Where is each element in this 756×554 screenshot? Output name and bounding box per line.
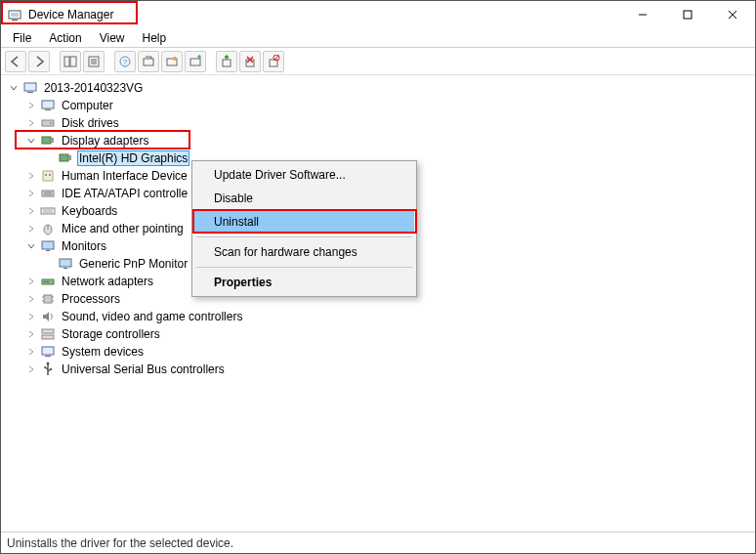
svg-rect-55 [47,281,49,282]
tree-label: System devices [60,345,146,359]
storage-icon [40,326,56,342]
toolbar: ? [1,48,755,75]
svg-rect-34 [42,137,51,144]
separator [196,236,412,237]
chevron-down-icon[interactable] [24,239,38,253]
chevron-right-icon[interactable] [24,116,38,130]
display-adapter-icon [58,150,73,166]
menu-action[interactable]: Action [41,29,89,47]
scan-button[interactable] [138,51,159,72]
svg-rect-8 [70,57,76,66]
svg-rect-61 [42,329,54,333]
chevron-right-icon[interactable] [24,292,38,306]
chevron-right-icon[interactable] [24,327,38,341]
svg-rect-31 [45,109,51,110]
forward-button[interactable] [28,51,50,72]
svg-text:?: ? [123,58,128,66]
chevron-right-icon[interactable] [24,187,38,200]
svg-rect-37 [68,155,71,160]
chevron-right-icon[interactable] [24,169,38,183]
chevron-right-icon[interactable] [24,222,38,235]
processor-icon [40,291,56,307]
svg-rect-44 [41,208,55,214]
show-hidden-button[interactable] [161,51,183,72]
display-adapter-icon [40,133,56,149]
minimize-button[interactable] [620,1,665,28]
separator [196,267,412,268]
tree-label: Sound, video and game controllers [60,310,244,323]
svg-rect-15 [144,59,153,65]
tree-sound[interactable]: Sound, video and game controllers [7,308,755,325]
chevron-right-icon[interactable] [24,275,38,288]
properties-button[interactable] [83,51,105,72]
disable-toolbar-button[interactable] [263,51,284,72]
monitor-icon [58,256,73,272]
svg-rect-64 [45,356,51,357]
tree-system[interactable]: System devices [7,343,755,361]
cm-properties[interactable]: Properties [194,271,414,294]
monitor-icon [40,238,56,254]
tree-label: Disk drives [60,116,121,130]
tree-diskdrives[interactable]: Disk drives [7,114,755,132]
svg-point-40 [49,174,51,176]
chevron-right-icon[interactable] [24,345,38,359]
tree-label: Network adapters [60,275,155,288]
cm-uninstall[interactable]: Uninstall [194,210,414,234]
svg-rect-41 [42,191,54,196]
chevron-right-icon[interactable] [24,204,38,218]
menu-file[interactable]: File [5,29,39,47]
svg-rect-1 [12,20,18,21]
device-tree[interactable]: 2013-20140323VG Computer Disk drives Dis… [1,75,755,532]
show-hide-tree-button[interactable] [60,51,81,72]
svg-rect-29 [27,92,33,93]
menu-view[interactable]: View [92,29,133,47]
sound-icon [40,309,56,324]
svg-rect-68 [50,368,52,370]
tree-computer[interactable]: Computer [7,97,755,114]
svg-point-39 [45,174,47,176]
window-controls [620,1,755,28]
back-button[interactable] [5,51,26,72]
svg-rect-36 [60,154,68,161]
disk-icon [40,115,56,131]
add-legacy-button[interactable] [185,51,206,72]
tree-displayadapters[interactable]: Display adapters [7,132,755,149]
cm-scan[interactable]: Scan for hardware changes [194,240,414,264]
svg-point-33 [50,122,52,124]
svg-rect-7 [64,57,69,66]
context-menu: Update Driver Software... Disable Uninst… [191,160,417,297]
svg-rect-54 [44,281,46,282]
svg-rect-56 [44,295,52,303]
tree-storage[interactable]: Storage controllers [7,325,755,343]
titlebar: Device Manager [1,1,755,28]
cm-disable[interactable]: Disable [194,187,414,210]
chevron-right-icon[interactable] [24,362,38,376]
svg-rect-49 [42,241,54,249]
tree-root[interactable]: 2013-20140323VG [7,79,755,97]
network-icon [40,274,56,289]
cm-update-driver[interactable]: Update Driver Software... [194,163,414,187]
maximize-button[interactable] [665,1,710,28]
computer-icon [40,98,56,113]
svg-rect-35 [51,138,54,143]
menu-help[interactable]: Help [135,29,175,47]
svg-line-27 [274,56,278,60]
close-button[interactable] [710,1,755,28]
tree-usb[interactable]: Universal Serial Bus controllers [7,361,755,378]
chevron-right-icon[interactable] [24,310,38,323]
hid-icon [40,168,56,184]
uninstall-toolbar-button[interactable] [239,51,261,72]
svg-point-67 [44,366,46,368]
chevron-right-icon[interactable] [24,99,38,112]
update-driver-button[interactable] [216,51,237,72]
chevron-down-icon[interactable] [7,81,21,95]
tree-label: IDE ATA/ATAPI controlle [60,187,189,200]
tree-label: Keyboards [60,204,119,218]
chevron-down-icon[interactable] [24,134,38,148]
tree-label: Processors [60,292,122,306]
window-title: Device Manager [28,8,113,21]
svg-rect-51 [60,259,71,267]
svg-point-17 [173,57,177,61]
help-button[interactable]: ? [114,51,136,72]
statusbar: Uninstalls the driver for the selected d… [1,532,755,553]
